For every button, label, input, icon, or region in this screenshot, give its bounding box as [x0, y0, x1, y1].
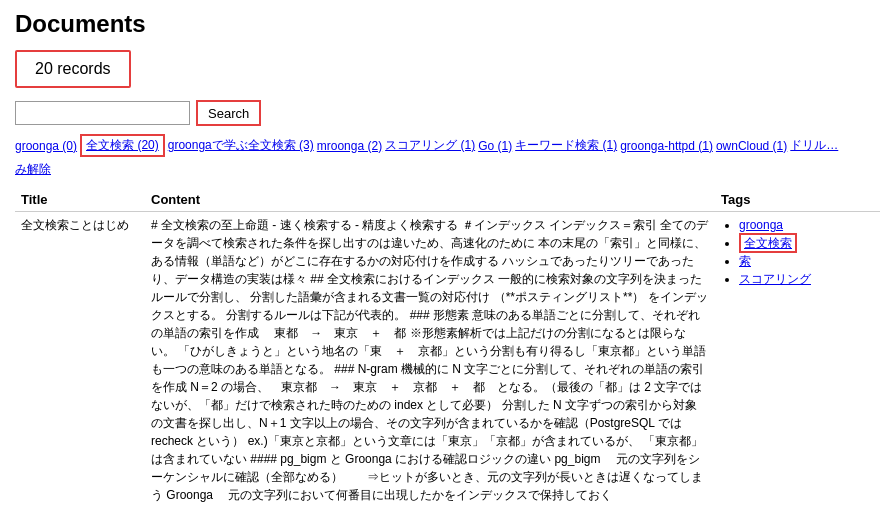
- tag-item: groonga: [739, 216, 880, 234]
- search-input[interactable]: [15, 101, 190, 125]
- col-header-content: Content: [145, 188, 715, 212]
- tag-item: 全文検索: [739, 234, 880, 252]
- tag-link[interactable]: スコアリング: [739, 272, 811, 286]
- cell-tags: groonga全文検索索スコアリング: [715, 212, 880, 509]
- tag-mroonga[interactable]: mroonga (2): [317, 139, 382, 153]
- tag-link[interactable]: 索: [739, 254, 751, 268]
- tag-groonga-learn[interactable]: groongaで学ぶ全文検索 (3): [168, 137, 314, 154]
- documents-table: Title Content Tags 全文検索ことはじめ# 全文検索の至上命題 …: [15, 188, 880, 508]
- tag-groonga-httpd[interactable]: groonga-httpd (1): [620, 139, 713, 153]
- tag-link[interactable]: groonga: [739, 218, 783, 232]
- col-header-tags: Tags: [715, 188, 880, 212]
- cell-title: 全文検索ことはじめ: [15, 212, 145, 509]
- cell-content: # 全文検索の至上命題 - 速く検索する - 精度よく検索する ＃インデックス …: [145, 212, 715, 509]
- tag-go[interactable]: Go (1): [478, 139, 512, 153]
- table-row: 全文検索ことはじめ# 全文検索の至上命題 - 速く検索する - 精度よく検索する…: [15, 212, 880, 509]
- tag-scoring[interactable]: スコアリング (1): [385, 137, 475, 154]
- tag-owncloud[interactable]: ownCloud (1): [716, 139, 787, 153]
- tag-fulltext-search-active[interactable]: 全文検索 (20): [80, 134, 165, 157]
- search-button[interactable]: Search: [196, 100, 261, 126]
- col-header-title: Title: [15, 188, 145, 212]
- deselect-link[interactable]: み解除: [15, 161, 865, 178]
- search-bar: Search: [15, 100, 865, 126]
- tag-filters: groonga (0) 全文検索 (20) groongaで学ぶ全文検索 (3)…: [15, 134, 865, 157]
- tag-keyword-search[interactable]: キーワード検索 (1): [515, 137, 617, 154]
- records-badge: 20 records: [15, 50, 131, 88]
- tag-item: 索: [739, 252, 880, 270]
- tag-groonga[interactable]: groonga (0): [15, 139, 77, 153]
- tag-drill[interactable]: ドリル…: [790, 137, 838, 154]
- tag-link[interactable]: 全文検索: [739, 233, 797, 253]
- page-title: Documents: [15, 10, 865, 38]
- tag-item: スコアリング: [739, 270, 880, 288]
